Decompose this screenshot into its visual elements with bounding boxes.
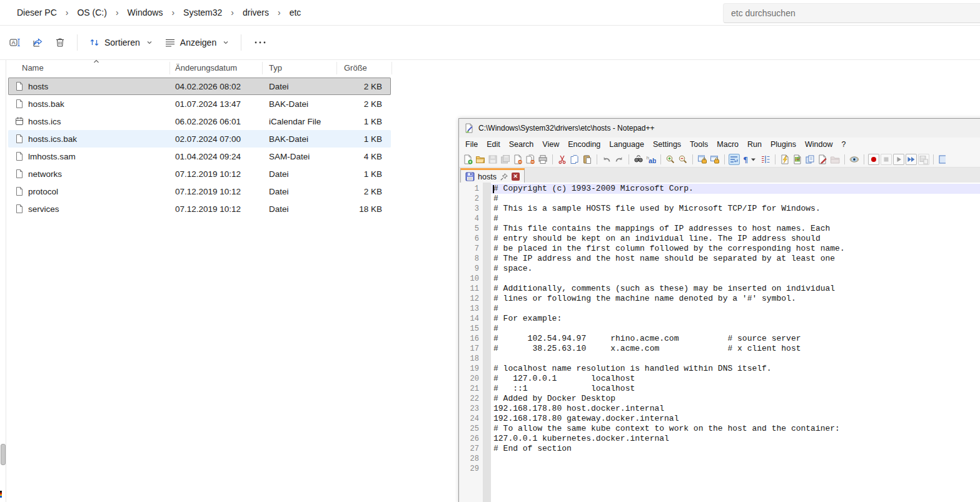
editor-line-17[interactable]: 17# 38.25.63.10 x.acme.com # x client ho…: [459, 344, 980, 354]
search-input[interactable]: [724, 8, 980, 18]
file-row-hosts.ics.bak[interactable]: hosts.ics.bak02.07.2024 07:00BAK-Datei1 …: [8, 130, 391, 148]
file-row-hosts.ics[interactable]: hosts.ics06.02.2026 06:01iCalendar File1…: [8, 113, 391, 130]
menu-settings[interactable]: Settings: [649, 139, 685, 150]
menu-language[interactable]: Language: [605, 139, 649, 150]
column-separator[interactable]: [262, 62, 263, 74]
sync-vertical-icon[interactable]: [697, 154, 707, 164]
function-list-icon[interactable]: [817, 154, 827, 164]
editor-line-28[interactable]: 28: [459, 454, 980, 464]
editor-line-3[interactable]: 3# This is a sample HOSTS file used by M…: [459, 204, 980, 214]
title-bar[interactable]: C:\Windows\System32\drivers\etc\hosts - …: [459, 119, 980, 138]
menu-tools[interactable]: Tools: [685, 139, 712, 150]
show-symbols-icon[interactable]: ¶: [742, 154, 758, 164]
undo-icon[interactable]: [602, 154, 612, 164]
editor-line-23[interactable]: 23192.168.178.80 host.docker.internal: [459, 404, 980, 414]
document-map-icon[interactable]: [792, 154, 802, 164]
editor-line-7[interactable]: 7# be placed in the first column followe…: [459, 244, 980, 254]
delete-button[interactable]: [49, 33, 71, 53]
editor-line-8[interactable]: 8# The IP address and the host name shou…: [459, 254, 980, 264]
file-row-lmhosts.sam[interactable]: lmhosts.sam01.04.2024 09:24SAM-Datei4 KB: [8, 148, 391, 165]
editor-line-16[interactable]: 16# 102.54.94.97 rhino.acme.com # source…: [459, 334, 980, 344]
find-icon[interactable]: [634, 154, 644, 164]
macro-run-multiple-icon[interactable]: [906, 154, 916, 164]
editor-line-25[interactable]: 25# To allow the same kube context to wo…: [459, 424, 980, 434]
editor-line-14[interactable]: 14# For example:: [459, 314, 980, 324]
macro-record-icon[interactable]: [869, 154, 879, 164]
replace-icon[interactable]: hab: [646, 154, 656, 164]
macro-play-icon[interactable]: [894, 154, 904, 164]
editor-line-26[interactable]: 26127.0.0.1 kubernetes.docker.internal: [459, 434, 980, 444]
tab-hosts[interactable]: hosts ✕: [460, 168, 525, 183]
column-separator[interactable]: [169, 62, 170, 74]
editor-line-18[interactable]: 18: [459, 354, 980, 364]
breadcrumb-item-drivers[interactable]: drivers: [238, 6, 274, 19]
menu-help[interactable]: ?: [837, 139, 850, 150]
menu-encoding[interactable]: Encoding: [563, 139, 605, 150]
editor-line-29[interactable]: 29: [459, 464, 980, 474]
column-header-name[interactable]: Name: [22, 63, 44, 73]
column-separator[interactable]: [336, 62, 337, 74]
sort-button[interactable]: Sortieren: [83, 33, 159, 53]
menu-search[interactable]: Search: [505, 139, 538, 150]
editor-line-27[interactable]: 27# End of section: [459, 444, 980, 454]
word-wrap-icon[interactable]: [729, 154, 739, 164]
view-button[interactable]: Anzeigen: [159, 33, 235, 53]
new-file-icon[interactable]: [463, 154, 473, 164]
share-button[interactable]: [26, 33, 49, 53]
menu-run[interactable]: Run: [743, 139, 766, 150]
zoom-in-icon[interactable]: [665, 154, 675, 164]
menu-file[interactable]: File: [461, 139, 482, 150]
clipped-edge-icon[interactable]: [938, 154, 948, 164]
zoom-out-icon[interactable]: [678, 154, 688, 164]
column-header-size[interactable]: Größe: [344, 63, 367, 73]
close-file-icon[interactable]: [513, 154, 523, 164]
breadcrumb-item-windows[interactable]: Windows: [123, 6, 168, 19]
column-separator[interactable]: [391, 62, 392, 74]
redo-icon[interactable]: [614, 154, 624, 164]
editor-line-5[interactable]: 5# This file contains the mappings of IP…: [459, 224, 980, 234]
preview-eye-icon[interactable]: [849, 154, 859, 164]
editor-line-12[interactable]: 12# lines or following the machine name …: [459, 294, 980, 304]
menu-window[interactable]: Window: [801, 139, 837, 150]
breadcrumb-item-system32[interactable]: System32: [178, 6, 227, 19]
menu-view[interactable]: View: [538, 139, 563, 150]
function-completion-icon[interactable]: [780, 154, 790, 164]
menu-plugins[interactable]: Plugins: [766, 139, 801, 150]
editor-line-24[interactable]: 24192.168.178.80 gateway.docker.internal: [459, 414, 980, 424]
open-file-icon[interactable]: [475, 154, 485, 164]
paste-icon[interactable]: [582, 154, 592, 164]
editor-line-2[interactable]: 2#: [459, 194, 980, 204]
editor-line-20[interactable]: 20# 127.0.0.1 localhost: [459, 374, 980, 384]
document-list-icon[interactable]: [805, 154, 815, 164]
menu-edit[interactable]: Edit: [482, 139, 505, 150]
editor-line-9[interactable]: 9# space.: [459, 264, 980, 274]
pin-icon[interactable]: [500, 173, 508, 181]
more-options-button[interactable]: [247, 33, 273, 53]
editor-line-4[interactable]: 4#: [459, 214, 980, 224]
sync-horizontal-icon[interactable]: [710, 154, 720, 164]
editor-line-15[interactable]: 15#: [459, 324, 980, 334]
menu-macro[interactable]: Macro: [712, 139, 743, 150]
close-all-icon[interactable]: [525, 154, 535, 164]
file-row-hosts.bak[interactable]: hosts.bak01.07.2024 13:47BAK-Datei2 KB: [8, 95, 391, 113]
file-row-protocol[interactable]: protocol07.12.2019 10:12Datei2 KB: [8, 183, 391, 200]
cut-icon[interactable]: [557, 154, 567, 164]
editor-line-21[interactable]: 21# ::1 localhost: [459, 384, 980, 394]
file-row-hosts[interactable]: hosts04.02.2026 08:02Datei2 KB: [8, 78, 391, 95]
print-icon[interactable]: [538, 154, 548, 164]
breadcrumb-item-etc[interactable]: etc: [285, 6, 306, 19]
file-row-services[interactable]: services07.12.2019 10:12Datei18 KB: [8, 200, 391, 218]
rename-button[interactable]: A: [4, 33, 26, 53]
editor-line-22[interactable]: 22# Added by Docker Desktop: [459, 394, 980, 404]
editor-line-1[interactable]: 1# Copyright (c) 1993-2009 Microsoft Cor…: [459, 184, 980, 194]
file-row-networks[interactable]: networks07.12.2019 10:12Datei1 KB: [8, 165, 391, 183]
editor-line-10[interactable]: 10#: [459, 274, 980, 284]
editor-line-6[interactable]: 6# entry should be kept on an individual…: [459, 234, 980, 244]
editor[interactable]: 1# Copyright (c) 1993-2009 Microsoft Cor…: [459, 183, 980, 502]
column-header-type[interactable]: Typ: [269, 63, 282, 73]
breadcrumb-item-os-c-[interactable]: OS (C:): [72, 6, 111, 19]
indent-guide-icon[interactable]: [760, 154, 770, 164]
scrollbar-thumb[interactable]: [1, 444, 6, 465]
breadcrumb-item-dieser-pc[interactable]: Dieser PC: [12, 6, 62, 19]
close-tab-icon[interactable]: ✕: [512, 173, 520, 181]
